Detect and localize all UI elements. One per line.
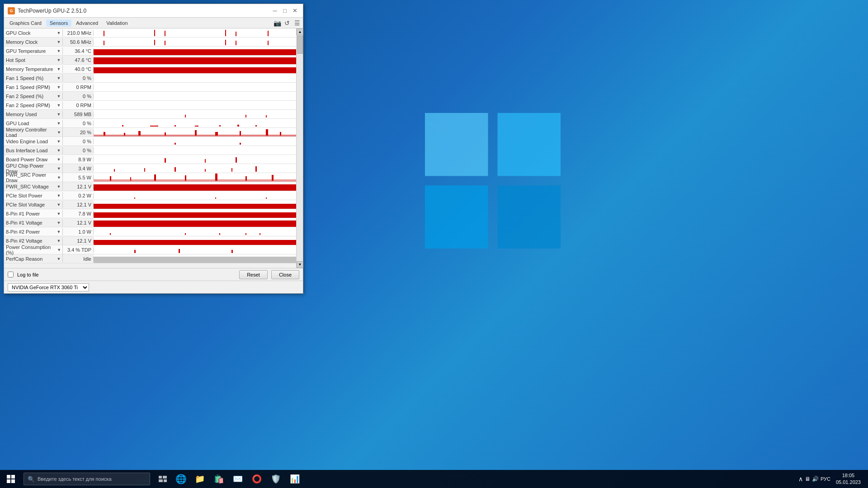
minimize-button[interactable]: ─ [270, 6, 279, 15]
sensor-graph-vid-engine [94, 137, 296, 145]
sensor-row-memory-clock: Memory Clock ▼ 50.6 MHz [4, 38, 296, 47]
sensor-value-vid-engine: 0 % [63, 139, 94, 144]
sensor-graph-hot-spot [94, 56, 296, 64]
dropdown-gpu-chip-power[interactable]: ▼ [55, 165, 62, 172]
sensor-label-gpu-load: GPU Load ▼ [4, 120, 63, 127]
sensor-graph-perfcap [94, 254, 296, 263]
tab-sensors[interactable]: Sensors [46, 19, 71, 27]
sensor-graph-fan1-rpm [94, 83, 296, 91]
scroll-up-button[interactable]: ▲ [297, 28, 303, 35]
dropdown-vid-engine[interactable]: ▼ [55, 138, 62, 145]
svg-rect-4 [7, 475, 10, 479]
dropdown-mem-ctrl-load[interactable]: ▼ [56, 129, 62, 136]
dropdown-pwr-src-volt[interactable]: ▼ [55, 183, 62, 190]
sensor-label-pwr-src-power: PWR_SRC Power Draw ▼ [4, 172, 63, 183]
sensor-value-pcie-slot-volt: 12.1 V [63, 202, 94, 207]
sensor-label-perfcap: PerfCap Reason ▼ [4, 255, 63, 263]
dropdown-board-power[interactable]: ▼ [55, 156, 62, 163]
mail-icon[interactable]: ✉️ [229, 470, 247, 488]
maximize-button[interactable]: □ [280, 6, 289, 15]
file-explorer-icon[interactable]: 📁 [191, 470, 209, 488]
scroll-down-button[interactable]: ▼ [297, 261, 303, 268]
sensor-value-bus-iface: 0 % [63, 148, 94, 153]
security-icon[interactable]: 🛡️ [267, 470, 285, 488]
sensor-label-gpu-clock: GPU Clock ▼ [4, 29, 63, 37]
sensor-row-gpu-clock: GPU Clock ▼ 210.0 MHz [4, 28, 296, 38]
sensor-value-memory-clock: 50.6 MHz [63, 39, 94, 45]
sensor-graph-fan2-pct [94, 92, 296, 100]
store-icon[interactable]: 🛍️ [210, 470, 228, 488]
dropdown-hot-spot[interactable]: ▼ [55, 56, 62, 64]
dropdown-fan2-pct[interactable]: ▼ [55, 93, 62, 100]
reset-button[interactable]: Reset [239, 270, 268, 279]
close-bottom-button[interactable]: Close [271, 270, 299, 279]
sensor-row-8pin1-power: 8-Pin #1 Power ▼ 7.8 W [4, 209, 296, 218]
camera-icon[interactable]: 📷 [273, 19, 281, 27]
gpuz-taskbar-icon[interactable]: 📊 [286, 470, 304, 488]
sensor-value-8pin2-power: 1.0 W [63, 229, 94, 235]
gpu-selector[interactable]: NVIDIA GeForce RTX 3060 Ti [8, 283, 89, 291]
edge-browser-icon[interactable]: 🌐 [172, 470, 190, 488]
language-indicator[interactable]: РУС [821, 476, 830, 482]
dropdown-memory-clock[interactable]: ▼ [55, 38, 62, 46]
scroll-thumb[interactable] [297, 36, 303, 54]
app-icon: G [8, 7, 15, 14]
dropdown-gpu-temp[interactable]: ▼ [55, 47, 62, 55]
sensor-label-mem-temp: Memory Temperature ▼ [4, 66, 63, 73]
refresh-icon[interactable]: ↺ [283, 19, 291, 27]
dropdown-fan2-rpm[interactable]: ▼ [55, 102, 62, 109]
dropdown-gpu-clock[interactable]: ▼ [55, 29, 62, 37]
scrollbar[interactable]: ▲ ▼ [296, 28, 303, 268]
taskbar-clock[interactable]: 18:05 05.01.2023 [832, 472, 864, 486]
chrome-icon[interactable]: ⭕ [248, 470, 266, 488]
window-controls: ─ □ ✕ [270, 6, 299, 15]
sensor-value-power-consumption: 3.4 % TDP [63, 247, 94, 253]
sensor-value-pcie-slot-power: 0.2 W [63, 193, 94, 198]
svg-rect-7 [11, 479, 15, 483]
dropdown-gpu-load[interactable]: ▼ [55, 120, 62, 127]
dropdown-8pin2-volt[interactable]: ▼ [55, 237, 62, 244]
sensor-graph-power-consumption [94, 245, 296, 254]
sensor-label-mem-used: Memory Used ▼ [4, 111, 63, 118]
dropdown-bus-iface[interactable]: ▼ [55, 147, 62, 154]
log-to-file-checkbox[interactable] [8, 272, 14, 277]
dropdown-fan1-pct[interactable]: ▼ [55, 75, 62, 82]
dropdown-fan1-rpm[interactable]: ▼ [55, 84, 62, 91]
chevron-tray-icon[interactable]: ∧ [798, 475, 803, 483]
dropdown-pwr-src-power[interactable]: ▼ [56, 174, 62, 181]
taskbar-search[interactable]: 🔍 Введите здесь текст для поиска [24, 473, 150, 485]
sensor-row-mem-used: Memory Used ▼ 589 MB [4, 110, 296, 119]
dropdown-pcie-slot-volt[interactable]: ▼ [55, 201, 62, 208]
dropdown-perfcap[interactable]: ▼ [55, 255, 62, 263]
sensor-graph-8pin2-volt [94, 236, 296, 245]
sensor-value-board-power: 8.9 W [63, 157, 94, 162]
tab-validation[interactable]: Validation [103, 19, 132, 27]
sensors-wrapper: GPU Clock ▼ 210.0 MHz [4, 28, 303, 268]
task-view-icon [159, 476, 167, 482]
tab-advanced[interactable]: Advanced [72, 19, 102, 27]
start-button[interactable] [0, 470, 22, 488]
sensor-graph-mem-used [94, 110, 296, 118]
sensor-graph-bus-iface [94, 146, 296, 155]
menu-icon[interactable]: ☰ [293, 19, 301, 27]
sensor-label-fan1-rpm: Fan 1 Speed (RPM) ▼ [4, 84, 63, 91]
dropdown-8pin2-power[interactable]: ▼ [55, 228, 62, 235]
dropdown-mem-temp[interactable]: ▼ [55, 66, 62, 73]
sensor-row-pwr-src-power: PWR_SRC Power Draw ▼ 5.5 W [4, 173, 296, 182]
sensor-label-8pin2-power: 8-Pin #2 Power ▼ [4, 228, 63, 235]
network-icon[interactable]: 🖥 [805, 476, 810, 482]
sensor-graph-memory-clock [94, 38, 296, 46]
sensor-label-board-power: Board Power Draw ▼ [4, 156, 63, 163]
dropdown-8pin1-power[interactable]: ▼ [55, 210, 62, 217]
dropdown-power-consumption[interactable]: ▼ [56, 246, 62, 253]
dropdown-mem-used[interactable]: ▼ [55, 111, 62, 118]
dropdown-8pin1-volt[interactable]: ▼ [55, 219, 62, 226]
speaker-icon[interactable]: 🔊 [812, 476, 819, 482]
close-button[interactable]: ✕ [290, 6, 299, 15]
dropdown-pcie-slot-power[interactable]: ▼ [55, 192, 62, 199]
log-to-file-label: Log to file [17, 272, 39, 277]
search-placeholder-text: Введите здесь текст для поиска [38, 476, 112, 482]
tab-graphics-card[interactable]: Graphics Card [6, 19, 45, 27]
task-view-button[interactable] [154, 470, 172, 488]
sensor-row-gpu-temp: GPU Temperature ▼ 36.4 °C [4, 47, 296, 56]
